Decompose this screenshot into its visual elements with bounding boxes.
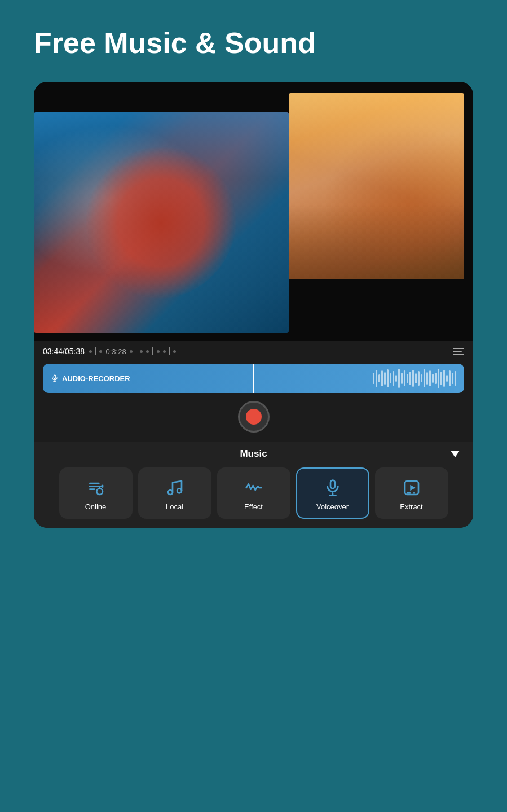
waveform-visualization [373, 368, 456, 389]
time-display: 03:44/05:38 [43, 347, 85, 356]
tool-label-voiceover: Voiceover [316, 502, 349, 511]
tool-item-local[interactable]: Local [138, 467, 211, 519]
audio-track-label: AUDIO-RECORDER [51, 374, 130, 383]
svg-rect-0 [54, 375, 56, 378]
audio-track[interactable]: AUDIO-RECORDER [43, 364, 464, 393]
tool-label-extract: Extract [400, 502, 422, 511]
timeline-dots: 0:3:28 [89, 347, 444, 356]
timeline-dot [146, 350, 149, 353]
wave-bar [373, 373, 374, 384]
timeline-dot [173, 350, 176, 353]
timeline-dot [89, 350, 92, 353]
bottom-toolbar: Music Online [34, 442, 473, 528]
timeline-tick [169, 347, 170, 355]
svg-point-18 [413, 492, 415, 494]
tool-item-effect[interactable]: Effect [217, 467, 290, 519]
timeline-dot [163, 350, 166, 353]
timeline-tick [95, 347, 96, 355]
wave-bar [435, 373, 437, 384]
wave-bar [398, 369, 400, 388]
tool-label-effect: Effect [244, 502, 263, 511]
wave-bar [421, 374, 422, 382]
page-title: Free Music & Sound [0, 0, 507, 82]
wave-bar [415, 373, 417, 383]
wave-bar [404, 370, 405, 386]
tool-item-extract[interactable]: Extract [375, 467, 448, 519]
audio-track-area: AUDIO-RECORDER [34, 359, 473, 442]
svg-point-6 [96, 489, 103, 495]
wave-bar [438, 369, 439, 388]
menu-icon[interactable] [453, 348, 464, 355]
wave-bar [446, 375, 448, 382]
wave-bar [412, 370, 414, 387]
music-note-icon [165, 478, 185, 498]
extract-icon [402, 478, 422, 498]
woman-video-thumbnail [289, 93, 464, 279]
wave-bar [443, 370, 445, 387]
timeline-tick [152, 347, 153, 355]
svg-rect-12 [330, 480, 335, 489]
mic-icon [323, 478, 343, 498]
toolbar-title: Music [240, 448, 267, 460]
toolbar-items: Online Local [43, 467, 464, 519]
wave-bar [376, 370, 377, 387]
wave-bar [426, 372, 428, 385]
tool-label-local: Local [166, 502, 183, 511]
video-right [289, 82, 473, 341]
wave-bar [384, 372, 386, 385]
mic-track-icon [51, 374, 59, 382]
video-split [34, 82, 473, 341]
wave-bar [455, 371, 456, 386]
timeline-dot [157, 350, 160, 353]
wave-bar [393, 371, 394, 386]
wave-bar [395, 375, 397, 382]
video-left [34, 82, 289, 341]
svg-point-10 [168, 490, 173, 495]
wave-bar [378, 374, 380, 382]
wave-bar [401, 373, 403, 384]
wave-bar [424, 369, 425, 387]
wave-bar [418, 371, 420, 386]
tool-item-voiceover[interactable]: Voiceover [296, 467, 369, 519]
wave-bar [452, 373, 453, 384]
wave-bar [409, 372, 411, 385]
tool-label-online: Online [85, 502, 107, 511]
wave-bar [432, 374, 434, 383]
record-dot-icon [246, 409, 262, 425]
wave-bar [449, 370, 451, 386]
wave-bar [407, 374, 408, 383]
timeline-current-time: 0:3:28 [105, 347, 126, 356]
dropdown-arrow-icon[interactable] [451, 451, 460, 457]
wave-bar [387, 369, 389, 387]
toolbar-header: Music [43, 448, 464, 460]
wave-bar [429, 370, 431, 386]
waveform-icon [244, 478, 264, 498]
svg-marker-16 [410, 485, 415, 491]
playhead-line [253, 364, 254, 393]
record-button-area [238, 401, 270, 433]
surfer-video-thumbnail [34, 112, 289, 333]
svg-point-11 [177, 489, 182, 493]
video-area [34, 82, 473, 341]
queue-music-icon [86, 478, 106, 498]
record-button[interactable] [238, 401, 270, 433]
tool-item-online[interactable]: Online [59, 467, 133, 519]
wave-bar [381, 370, 383, 386]
timeline-bar: 03:44/05:38 0:3:28 [34, 341, 473, 359]
timeline-tick [136, 347, 137, 355]
timeline-dot [130, 350, 133, 353]
timeline-dot [99, 350, 102, 353]
wave-bar [440, 372, 442, 385]
wave-bar [390, 373, 391, 383]
timeline-dot [140, 350, 143, 353]
app-frame: 03:44/05:38 0:3:28 [34, 82, 473, 528]
